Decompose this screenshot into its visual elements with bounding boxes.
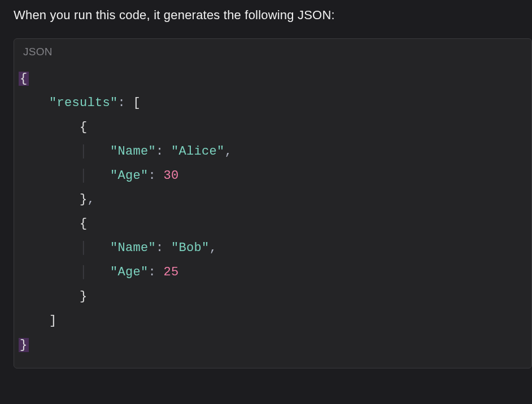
code-block-container: JSON { "results": [ { │ "Name": "Alice",…	[14, 38, 532, 368]
intro-text: When you run this code, it generates the…	[14, 8, 532, 23]
code-language-label: JSON	[14, 39, 531, 63]
code-block-body[interactable]: { "results": [ { │ "Name": "Alice", │ "A…	[14, 63, 531, 368]
